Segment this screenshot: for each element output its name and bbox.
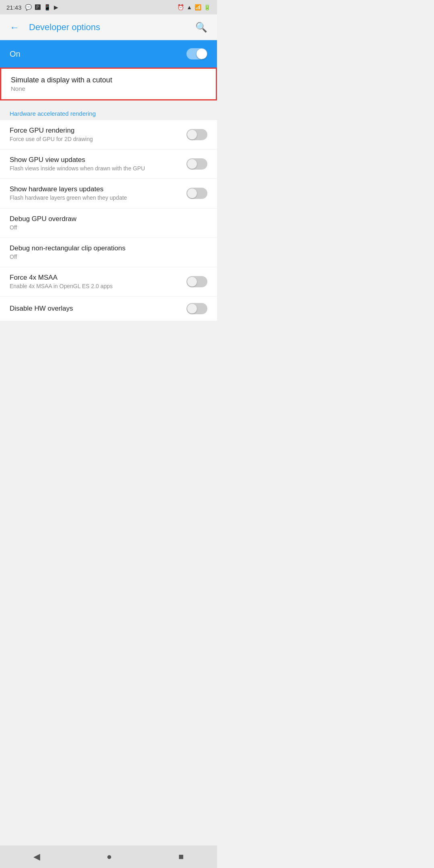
show-gpu-view-toggle-thumb (187, 159, 197, 169)
disable-hw-overlays-item[interactable]: Disable HW overlays (0, 297, 217, 321)
force-4x-msaa-item[interactable]: Force 4x MSAA Enable 4x MSAA in OpenGL E… (0, 267, 217, 297)
show-hardware-layers-title: Show hardware layers updates (10, 185, 180, 193)
show-gpu-view-updates-text: Show GPU view updates Flash views inside… (10, 156, 186, 172)
force-4x-msaa-toggle-thumb (187, 277, 197, 287)
show-hardware-layers-toggle-thumb (187, 188, 197, 198)
battery-icon: 🔋 (204, 4, 211, 10)
disable-hw-overlays-text: Disable HW overlays (10, 305, 186, 313)
force-4x-msaa-title: Force 4x MSAA (10, 274, 180, 282)
show-gpu-view-updates-subtitle: Flash views inside windows when drawn wi… (10, 165, 180, 172)
force-gpu-rendering-item[interactable]: Force GPU rendering Force use of GPU for… (0, 120, 217, 149)
status-time: 21:43 (6, 4, 22, 11)
signal-icon: 📶 (194, 4, 201, 10)
search-button[interactable]: 🔍 (192, 18, 211, 36)
simulate-cutout-item[interactable]: Simulate a display with a cutout None (0, 68, 217, 100)
content-area: Simulate a display with a cutout None Ha… (0, 68, 217, 344)
show-gpu-view-updates-toggle[interactable] (186, 158, 207, 170)
whatsapp-icon: 💬 (25, 4, 32, 10)
debug-gpu-overdraw-subtitle: Off (10, 224, 207, 231)
alarm-icon: ⏰ (177, 4, 184, 10)
toggle-thumb (197, 49, 207, 59)
force-gpu-rendering-title: Force GPU rendering (10, 127, 180, 135)
debug-nonrect-clip-item[interactable]: Debug non-rectangular clip operations Of… (0, 238, 217, 267)
play-icon: ▶ (54, 4, 58, 10)
developer-options-toggle[interactable] (186, 48, 207, 59)
debug-gpu-overdraw-item[interactable]: Debug GPU overdraw Off (0, 209, 217, 238)
show-hardware-layers-item[interactable]: Show hardware layers updates Flash hardw… (0, 179, 217, 208)
force-gpu-rendering-subtitle: Force use of GPU for 2D drawing (10, 135, 180, 143)
simulate-cutout-title: Simulate a display with a cutout (11, 76, 206, 84)
on-banner-label: On (10, 49, 20, 59)
app-bar: ← Developer options 🔍 (0, 14, 217, 40)
wifi-icon: ▲ (186, 4, 192, 10)
force-4x-msaa-subtitle: Enable 4x MSAA in OpenGL ES 2.0 apps (10, 283, 180, 290)
show-hardware-layers-toggle[interactable] (186, 188, 207, 199)
disable-hw-overlays-toggle[interactable] (186, 303, 207, 314)
show-hardware-layers-text: Show hardware layers updates Flash hardw… (10, 185, 186, 201)
disable-hw-overlays-title: Disable HW overlays (10, 305, 180, 313)
status-bar: 21:43 💬 🅿 📱 ▶ ⏰ ▲ 📶 🔋 (0, 0, 217, 14)
force-4x-msaa-toggle[interactable] (186, 276, 207, 287)
force-gpu-rendering-text: Force GPU rendering Force use of GPU for… (10, 127, 186, 143)
divider-1 (0, 100, 217, 104)
simulate-cutout-subtitle: None (11, 85, 206, 92)
disable-hw-overlays-toggle-thumb (187, 304, 197, 313)
show-gpu-view-updates-item[interactable]: Show GPU view updates Flash views inside… (0, 149, 217, 179)
show-hardware-layers-subtitle: Flash hardware layers green when they up… (10, 194, 180, 201)
debug-nonrect-clip-subtitle: Off (10, 253, 207, 260)
debug-gpu-overdraw-title: Debug GPU overdraw (10, 215, 207, 223)
page-title: Developer options (29, 22, 186, 33)
show-gpu-view-updates-title: Show GPU view updates (10, 156, 180, 164)
parking-icon: 🅿 (35, 4, 41, 10)
hardware-section-header: Hardware accelerated rendering (0, 104, 217, 120)
back-button[interactable]: ← (6, 18, 23, 36)
status-bar-right: ⏰ ▲ 📶 🔋 (177, 4, 211, 10)
force-4x-msaa-text: Force 4x MSAA Enable 4x MSAA in OpenGL E… (10, 274, 186, 290)
status-bar-left: 21:43 💬 🅿 📱 ▶ (6, 4, 58, 11)
on-banner: On (0, 40, 217, 68)
force-gpu-rendering-toggle[interactable] (186, 129, 207, 140)
debug-nonrect-clip-title: Debug non-rectangular clip operations (10, 244, 207, 252)
phone-icon: 📱 (44, 4, 51, 10)
force-gpu-toggle-thumb (187, 130, 197, 139)
